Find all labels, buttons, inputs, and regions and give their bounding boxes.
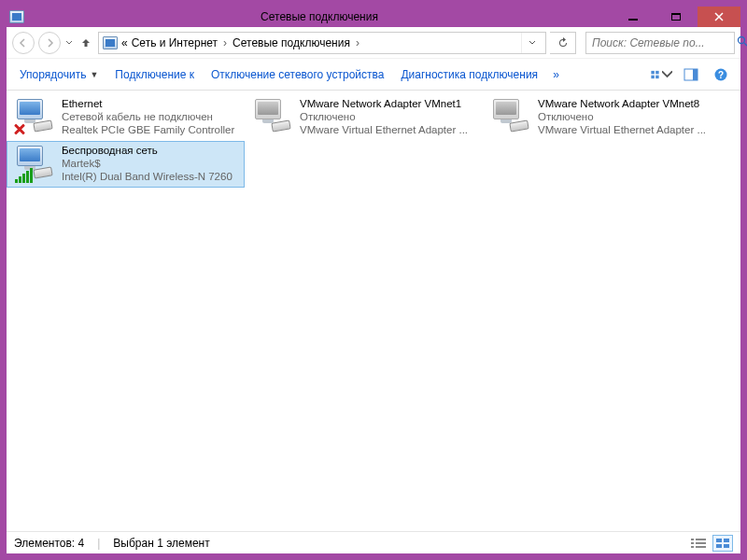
connection-item[interactable]: VMware Network Adapter VMnet1ОтключеноVM…	[245, 94, 483, 141]
connection-item[interactable]: VMware Network Adapter VMnet8ОтключеноVM…	[483, 94, 721, 141]
svg-rect-1	[651, 70, 654, 73]
navbar: « Сеть и Интернет › Сетевые подключения …	[7, 27, 740, 59]
wifi-signal-icon	[15, 168, 33, 183]
app-icon	[7, 7, 27, 27]
svg-rect-3	[651, 75, 654, 77]
svg-text:?: ?	[718, 70, 724, 80]
organize-menu[interactable]: Упорядочить ▼	[14, 64, 104, 85]
maximize-button[interactable]	[655, 7, 698, 27]
organize-label: Упорядочить	[20, 68, 86, 81]
svg-point-0	[739, 36, 745, 43]
breadcrumb-segment[interactable]: Сетевые подключения	[233, 36, 350, 49]
svg-rect-15	[716, 539, 722, 542]
address-dropdown-button[interactable]	[521, 33, 542, 53]
connection-name: VMware Network Adapter VMnet8	[538, 97, 706, 110]
overflow-button[interactable]: »	[549, 68, 563, 81]
minimize-button[interactable]	[612, 7, 655, 27]
tiles-view-button[interactable]	[712, 535, 733, 552]
items-view[interactable]: EthernetСетевой кабель не подключенRealt…	[7, 91, 740, 531]
details-view-button[interactable]	[688, 535, 709, 552]
address-bar[interactable]: « Сеть и Интернет › Сетевые подключения …	[98, 32, 546, 54]
connection-device: VMware Virtual Ethernet Adapter ...	[300, 123, 468, 136]
connect-to-button[interactable]: Подключение к	[109, 64, 200, 85]
svg-rect-16	[724, 539, 729, 542]
back-button[interactable]	[12, 32, 35, 54]
svg-rect-9	[691, 539, 694, 540]
help-button[interactable]: ?	[709, 64, 733, 85]
refresh-button[interactable]	[550, 32, 576, 54]
search-icon[interactable]	[737, 35, 747, 50]
connection-status: Отключено	[538, 110, 706, 123]
diagnose-button[interactable]: Диагностика подключения	[395, 64, 543, 85]
connection-name: Ethernet	[62, 97, 234, 110]
network-adapter-icon	[11, 97, 56, 138]
statusbar: Элементов: 4 | Выбран 1 элемент	[7, 531, 740, 553]
selection-count: Выбран 1 элемент	[113, 537, 209, 550]
connection-item[interactable]: Беспроводная сетьMartek$Intel(R) Dual Ba…	[7, 141, 245, 188]
svg-rect-11	[691, 542, 694, 544]
network-adapter-icon	[487, 97, 532, 138]
svg-rect-12	[696, 542, 706, 544]
location-icon	[103, 36, 118, 49]
command-bar: Упорядочить ▼ Подключение к Отключение с…	[7, 59, 740, 91]
item-count: Элементов: 4	[14, 537, 84, 550]
up-button[interactable]	[78, 36, 94, 49]
svg-rect-17	[716, 544, 722, 548]
search-input[interactable]	[592, 36, 733, 49]
connection-device: VMware Virtual Ethernet Adapter ...	[538, 123, 706, 136]
recent-locations-button[interactable]	[64, 40, 74, 46]
breadcrumb-prefix[interactable]: «	[121, 36, 128, 49]
titlebar: Сетевые подключения	[7, 7, 740, 27]
chevron-right-icon[interactable]: ›	[354, 36, 361, 49]
svg-rect-2	[655, 70, 658, 73]
svg-rect-10	[696, 539, 706, 540]
breadcrumb-segment[interactable]: Сеть и Интернет	[132, 36, 218, 49]
svg-rect-18	[724, 544, 729, 548]
disable-device-button[interactable]: Отключение сетевого устройства	[205, 64, 389, 85]
connection-name: Беспроводная сеть	[62, 144, 233, 157]
network-adapter-icon	[249, 97, 294, 138]
view-options-button[interactable]	[649, 64, 673, 85]
disconnected-icon	[13, 123, 26, 136]
chevron-down-icon: ▼	[90, 70, 98, 79]
svg-rect-6	[693, 69, 698, 80]
network-adapter-icon	[11, 144, 56, 185]
connection-status: Сетевой кабель не подключен	[62, 110, 234, 123]
chevron-right-icon[interactable]: ›	[221, 36, 229, 49]
window-frame: Сетевые подключения « Сеть и Интернет ›	[7, 7, 740, 553]
close-button[interactable]	[698, 7, 740, 27]
search-box[interactable]	[585, 32, 735, 54]
connection-device: Realtek PCIe GBE Family Controller	[62, 123, 234, 136]
connection-status: Martek$	[62, 157, 233, 170]
forward-button[interactable]	[38, 32, 61, 54]
connection-name: VMware Network Adapter VMnet1	[300, 97, 468, 110]
connection-device: Intel(R) Dual Band Wireless-N 7260	[62, 170, 233, 183]
svg-rect-14	[696, 546, 706, 548]
connection-item[interactable]: EthernetСетевой кабель не подключенRealt…	[7, 94, 245, 141]
preview-pane-button[interactable]	[679, 64, 703, 85]
svg-rect-4	[655, 75, 658, 77]
window-title: Сетевые подключения	[27, 7, 612, 27]
connection-status: Отключено	[300, 110, 468, 123]
svg-rect-13	[691, 546, 694, 548]
